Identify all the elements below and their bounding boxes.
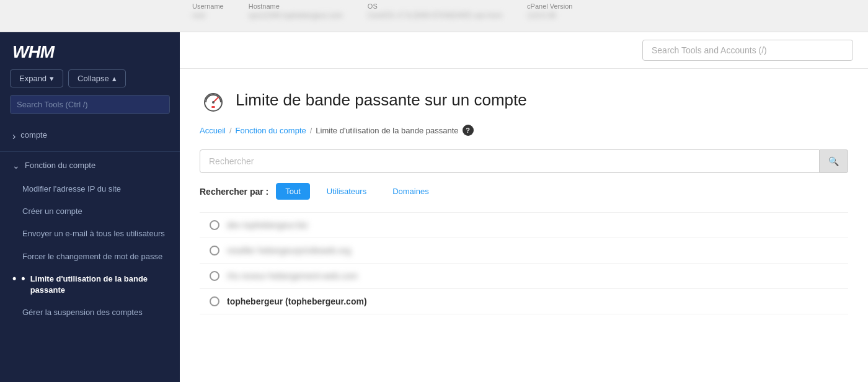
radio-2[interactable]	[210, 246, 219, 255]
radio-1[interactable]	[210, 220, 219, 230]
sidebar-item-forcer-mdp[interactable]: Forcer le changement de mot de passe	[0, 246, 180, 268]
sidebar-search-input[interactable]	[10, 95, 170, 114]
whm-logo: WHM	[0, 32, 180, 69]
account-item-2[interactable]: reseller hebergeurprivileweb.org	[200, 238, 848, 264]
server-os-col: OS CentOS v7.9.2009-STANDARD san-hvm	[368, 2, 502, 20]
radio-3[interactable]	[210, 271, 219, 281]
help-icon[interactable]: ?	[463, 125, 474, 136]
main-content: Limite de bande passante sur un compte A…	[180, 32, 868, 382]
main-search-input[interactable]	[200, 149, 820, 173]
username-label: Username	[192, 2, 224, 10]
sidebar-controls: Expand ▾ Collapse ▴	[0, 69, 180, 95]
account-item-1[interactable]: dev tophebergeur.biz	[200, 213, 848, 238]
filter-tout[interactable]: Tout	[276, 183, 310, 200]
cpanel-label: cPanel Version	[527, 2, 572, 10]
sidebar-divider	[0, 151, 180, 152]
breadcrumb-current: Limite d'utilisation de la bande passant…	[316, 126, 458, 135]
server-cpanel-col: cPanel Version 110.0.36	[527, 2, 572, 20]
cpanel-value: 110.0.36	[527, 11, 572, 20]
sidebar-item-fonction-compte[interactable]: Fonction du compte	[0, 154, 180, 178]
radio-4[interactable]	[210, 296, 219, 306]
svg-rect-3	[211, 106, 215, 108]
sidebar-item-creer-compte[interactable]: Créer un compte	[0, 200, 180, 223]
account-text-4: tophebergeur (tophebergeur.com)	[227, 296, 367, 306]
filter-utilisateurs[interactable]: Utilisateurs	[317, 183, 376, 200]
svg-point-2	[212, 101, 215, 104]
breadcrumb-home[interactable]: Accueil	[200, 126, 226, 135]
account-text-3: rhs reveur-hebergement-web.com	[227, 271, 358, 281]
sidebar: WHM Expand ▾ Collapse ▴ compte Fonction …	[0, 32, 180, 382]
account-list: dev tophebergeur.biz reseller hebergeurp…	[200, 212, 848, 314]
sidebar-item-limite-bande[interactable]: • Limite d'utilisation de la bande passa…	[0, 268, 180, 301]
sidebar-item-modifier-ip[interactable]: Modifier l'adresse IP du site	[0, 178, 180, 200]
server-hostname-col: Hostname vps12345.tophebergeur.com	[249, 2, 343, 20]
sidebar-menu: compte Fonction du compte Modifier l'adr…	[0, 124, 180, 382]
account-item-3[interactable]: rhs reveur-hebergement-web.com	[200, 264, 848, 289]
content-header	[180, 32, 868, 69]
account-item-4[interactable]: tophebergeur (tophebergeur.com)	[200, 289, 848, 314]
filter-row: Rechercher par : Tout Utilisateurs Domai…	[200, 183, 848, 200]
breadcrumb-fonction[interactable]: Fonction du compte	[236, 126, 306, 135]
server-info-bar: Username root Hostname vps12345.topheber…	[0, 0, 868, 32]
breadcrumb: Accueil / Fonction du compte / Limite d'…	[200, 125, 848, 136]
collapse-button[interactable]: Collapse ▴	[68, 69, 126, 87]
page-title-row: Limite de bande passante sur un compte	[200, 86, 848, 113]
hostname-value: vps12345.tophebergeur.com	[249, 11, 343, 20]
bandwidth-icon	[200, 86, 227, 113]
filter-domaines[interactable]: Domaines	[383, 183, 438, 200]
sidebar-item-compte[interactable]: compte	[0, 124, 180, 149]
main-search-button[interactable]: 🔍	[820, 149, 848, 173]
os-label: OS	[368, 2, 502, 10]
account-text-2: reseller hebergeurprivileweb.org	[227, 246, 351, 255]
username-value: root	[192, 11, 224, 20]
filter-label: Rechercher par :	[200, 187, 268, 197]
search-row: 🔍	[200, 149, 848, 173]
page-body: Limite de bande passante sur un compte A…	[180, 69, 868, 382]
server-username-col: Username root	[192, 2, 224, 20]
account-text-1: dev tophebergeur.biz	[227, 220, 308, 230]
os-value: CentOS v7.9.2009-STANDARD san-hvm	[368, 11, 502, 20]
sidebar-item-gerer-suspension[interactable]: Gérer la suspension des comptes	[0, 301, 180, 324]
expand-button[interactable]: Expand ▾	[10, 69, 63, 87]
search-tools-input[interactable]	[642, 40, 853, 61]
hostname-label: Hostname	[249, 2, 343, 10]
sidebar-item-envoyer-email[interactable]: Envoyer un e-mail à tous les utilisateur…	[0, 223, 180, 245]
page-title: Limite de bande passante sur un compte	[236, 91, 527, 110]
